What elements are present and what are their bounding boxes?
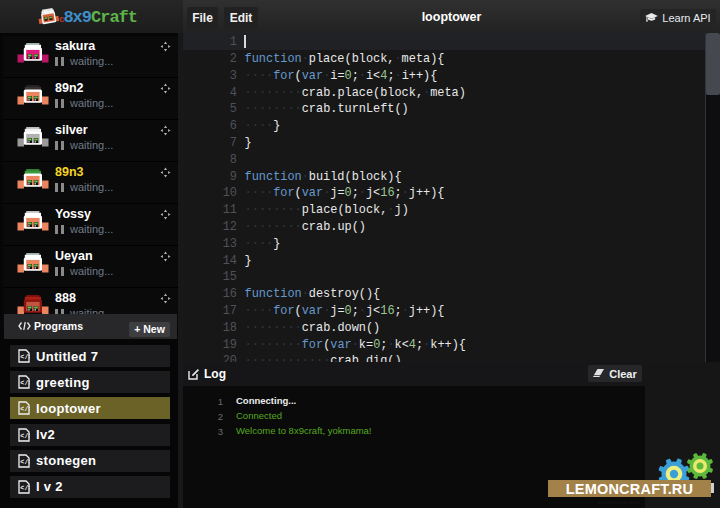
svg-text:</>: </> — [20, 485, 30, 492]
svg-text:</>: </> — [20, 459, 30, 466]
svg-text:</>: </> — [20, 354, 30, 361]
svg-text:</>: </> — [20, 406, 30, 413]
svg-text:</>: </> — [20, 433, 30, 440]
svg-text:</>: </> — [20, 380, 30, 387]
